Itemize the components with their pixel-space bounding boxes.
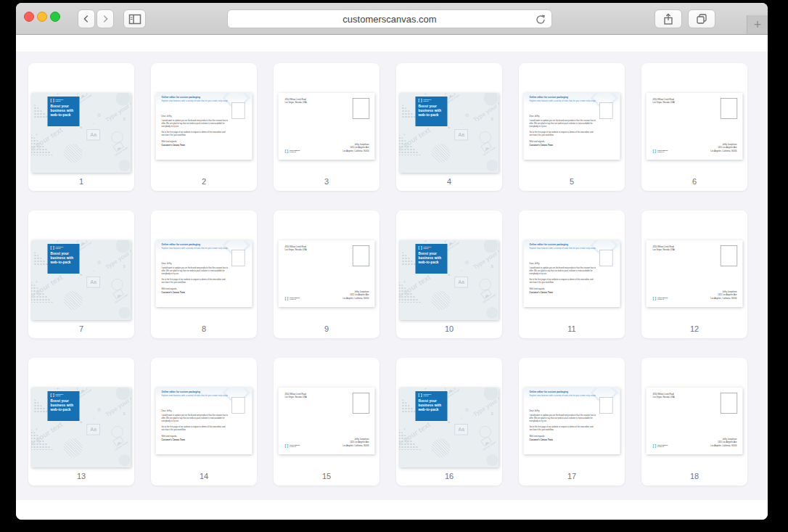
chevron-right-icon (100, 14, 110, 24)
sender-address: 4350 Willow Creek RoadLas Vegas, Nevada,… (652, 393, 674, 398)
new-tab-button[interactable]: + (747, 15, 768, 34)
postcard-card[interactable]: 4350 Willow Creek RoadLas Vegas, Nevada,… (274, 358, 379, 486)
stamp-box (599, 250, 612, 266)
message-header-title: Online editor for custom packaging (529, 96, 567, 99)
postcard-card[interactable]: Type your textType your textUpload image… (28, 210, 134, 338)
postcard-thumbnail-address: 4350 Willow Creek RoadLas Vegas, Nevada,… (279, 388, 375, 454)
share-button[interactable] (654, 9, 682, 28)
dollar-icon: $ (491, 264, 493, 269)
brand-name-line: CANVAS (290, 446, 300, 448)
message-paragraph: I would want to update you on the brand … (529, 267, 596, 276)
brand-logo: [ ]Customer'sCanvas (418, 246, 444, 250)
headline-text: Boost yourbusiness withweb-to-pack (50, 398, 76, 412)
outline-circle (479, 279, 491, 290)
postcard-card[interactable]: Online editor for custom packagingExplor… (519, 210, 625, 338)
greeting-text: Dear Jeffry, (529, 115, 539, 118)
front-design: Type your textType your textUpload image… (32, 240, 131, 320)
postcard-thumbnail-message: Online editor for custom packagingExplor… (156, 388, 253, 454)
card-number: 18 (641, 472, 747, 480)
postcard-thumbnail-front: Type your textType your textUpload image… (400, 93, 499, 173)
signature-text: Customer's Canvas Team (529, 438, 552, 441)
url-text: customerscanvas.com (342, 14, 436, 25)
message-paragraph: Go to the first page of our website to r… (161, 131, 229, 137)
dollar-icon: $ (123, 412, 125, 416)
zoom-window-button[interactable] (50, 12, 60, 22)
postcard-card[interactable]: 4350 Willow Creek RoadLas Vegas, Nevada,… (641, 210, 747, 338)
brand-name: Customer'sCanvas (423, 393, 431, 397)
postcard-card[interactable]: Type your textType your textUpload image… (28, 358, 134, 486)
message-header-subtitle: Explore new features with a variety of t… (161, 394, 227, 396)
closing-text: With kind regards, (529, 141, 544, 143)
card-number: 15 (274, 472, 379, 480)
closing-text: With kind regards, (529, 435, 544, 438)
message-paragraph: Go to the first page of our website to r… (161, 426, 229, 432)
greeting-text: Dear Jeffry, (529, 263, 539, 265)
brand-name-line: CANVAS (290, 151, 300, 153)
postcard-card[interactable]: 4350 Willow Creek RoadLas Vegas, Nevada,… (274, 210, 379, 338)
hatched-circle (63, 438, 82, 457)
dollar-icon: $ (491, 412, 493, 416)
forward-button[interactable] (97, 9, 114, 28)
sender-address-line: Las Vegas, Nevada, USA (284, 396, 306, 398)
reload-button[interactable] (535, 14, 546, 28)
flag-icon: ⚑ (79, 126, 82, 130)
postcard-card[interactable]: Type your textType your textUpload image… (28, 63, 134, 191)
card-number: 1 (28, 177, 134, 186)
brand-name-line: Canvas (55, 396, 63, 397)
brand-logo: [ ]CUSTOMER'SCANVAS (652, 444, 668, 448)
postcard-card[interactable]: Online editor for custom packagingExplor… (151, 358, 257, 486)
brand-logo: [ ]Customer'sCanvas (418, 99, 444, 102)
postcard-card[interactable]: Online editor for custom packagingExplor… (519, 63, 625, 191)
greeting-text: Dear Jeffry, (161, 263, 171, 265)
card-number: 8 (151, 324, 257, 333)
plus-mark-icon: + (403, 427, 406, 432)
headline-line: web-to-pack (50, 261, 76, 265)
brackets-logo-icon: [ ] (418, 246, 422, 250)
front-design: Type your textType your textUpload image… (32, 93, 131, 173)
postcard-card[interactable]: Online editor for custom packagingExplor… (151, 63, 257, 191)
postcard-thumbnail-front: Type your textType your textUpload image… (32, 93, 131, 173)
postcard-card[interactable]: 4350 Willow Creek RoadLas Vegas, Nevada,… (274, 63, 379, 191)
card-grid: Type your textType your textUpload image… (28, 63, 755, 486)
sidebar-toggle-button[interactable] (123, 9, 146, 28)
brand-logo: [ ]Customer'sCanvas (50, 393, 76, 397)
minimize-window-button[interactable] (37, 12, 47, 22)
template-grid-panel: Type your textType your textUpload image… (16, 52, 768, 500)
text-style-aa-box: Aa (454, 424, 467, 435)
postcard-card[interactable]: 4350 Willow Creek RoadLas Vegas, Nevada,… (641, 358, 747, 486)
postcard-card[interactable]: 4350 Willow Creek RoadLas Vegas, Nevada,… (641, 63, 747, 191)
sender-address-line: Las Vegas, Nevada, USA (652, 248, 674, 251)
stamp-box (353, 393, 369, 413)
headline-text: Boost yourbusiness withweb-to-pack (418, 398, 444, 412)
brand-logo: [ ]CUSTOMER'SCANVAS (284, 297, 300, 300)
tabs-icon (696, 13, 707, 25)
message-paragraph: I would want to update you on the brand … (161, 267, 229, 276)
headline-box: [ ]Customer'sCanvasBoost yourbusiness wi… (415, 391, 447, 421)
text-style-aa-box: Aa (454, 277, 467, 287)
brand-name-line: Canvas (423, 396, 431, 397)
stamp-box (599, 397, 612, 413)
back-button[interactable] (78, 9, 95, 28)
postcard-card[interactable]: Online editor for custom packagingExplor… (519, 358, 625, 486)
postcard-card[interactable]: Type your textType your textUpload image… (396, 358, 502, 486)
close-window-button[interactable] (24, 12, 34, 22)
postcard-card[interactable]: Type your textType your textUpload image… (396, 63, 502, 191)
filled-circle (486, 307, 498, 319)
gear-icon: ⚙ (97, 407, 101, 412)
address-bar[interactable]: customerscanvas.com (227, 9, 552, 28)
postcard-card[interactable]: Online editor for custom packagingExplor… (151, 210, 257, 338)
recipient-address: Jeffry Josephson1415 Los Angeles AveLos … (342, 438, 369, 447)
brand-name: Customer'sCanvas (55, 393, 63, 397)
recipient-address-line: Los Angeles, California, 90056 (710, 444, 736, 447)
postcard-card[interactable]: Type your textType your textUpload image… (396, 210, 502, 338)
gear-icon: ⚙ (97, 260, 101, 265)
message-paragraph: I would want to update you on the brand … (161, 414, 229, 423)
brackets-logo-icon: [ ] (652, 297, 656, 300)
message-side: Online editor for custom packagingExplor… (524, 93, 620, 160)
show-tabs-button[interactable] (688, 9, 715, 28)
brand-name: CUSTOMER'SCANVAS (657, 150, 668, 153)
brand-name: Customer'sCanvas (55, 246, 63, 250)
brackets-logo-icon: [ ] (418, 99, 422, 102)
headline-line: web-to-pack (50, 408, 76, 412)
postcard-thumbnail-address: 4350 Willow Creek RoadLas Vegas, Nevada,… (279, 93, 375, 160)
